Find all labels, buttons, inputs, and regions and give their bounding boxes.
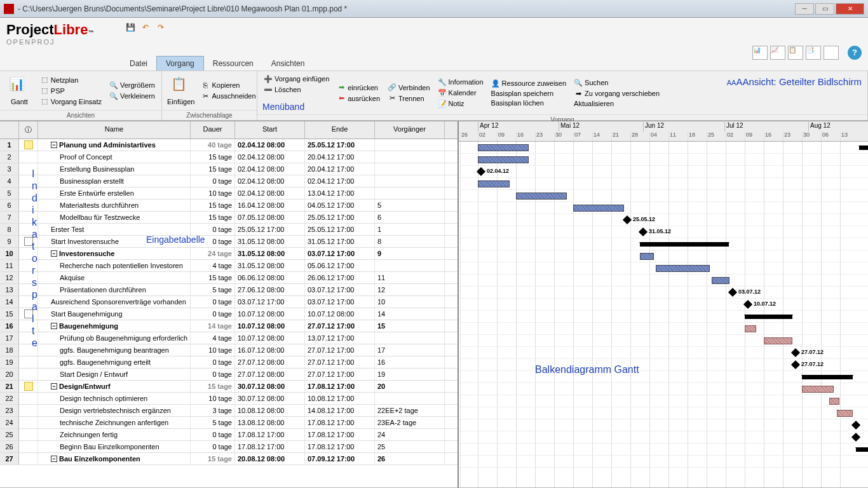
close-button[interactable]: ✕ <box>836 3 864 15</box>
table-row[interactable]: 14Ausreichend Sponsorenverträge vorhande… <box>0 296 458 308</box>
task-name-cell[interactable]: Erstellung Businessplan <box>38 163 191 175</box>
information-button[interactable]: 🔧Information <box>437 77 485 87</box>
vorgang-einsatz-button[interactable]: ⬚Vorgang Einsatz <box>39 97 103 107</box>
redo-icon[interactable]: ↷ <box>155 22 166 33</box>
gantt-bar[interactable] <box>656 265 710 272</box>
duration-cell[interactable]: 0 tage <box>191 224 235 235</box>
gantt-milestone[interactable] <box>791 348 800 357</box>
end-cell[interactable]: 25.05.12 17:00 <box>305 212 375 223</box>
duration-cell[interactable]: 15 tage <box>191 453 235 464</box>
link-button[interactable]: 🔗Verbinden <box>386 83 431 93</box>
duration-cell[interactable]: 4 tage <box>191 260 235 271</box>
start-cell[interactable]: 17.08.12 17:00 <box>235 441 305 452</box>
goto-task-button[interactable]: ➡Zu vorgang verschieben <box>573 88 661 98</box>
psp-button[interactable]: ⬚PSP <box>39 86 103 96</box>
table-row[interactable]: 3Erstellung Businessplan15 tage02.04.12 … <box>0 163 458 175</box>
tab-datei[interactable]: Datei <box>121 57 156 71</box>
predecessor-cell[interactable] <box>375 187 445 199</box>
start-cell[interactable]: 03.07.12 17:00 <box>235 296 305 308</box>
note-button[interactable]: 📝Notiz <box>437 98 485 109</box>
gantt-milestone[interactable] <box>851 421 860 430</box>
predecessor-cell[interactable]: 16 <box>375 356 445 368</box>
gantt-milestone[interactable] <box>728 288 737 297</box>
predecessor-cell[interactable]: 11 <box>375 272 445 283</box>
view-button-3[interactable]: 📋 <box>788 46 803 60</box>
predecessor-cell[interactable]: 25 <box>375 441 445 452</box>
table-row[interactable]: 27−Bau Einzelkomponenten15 tage20.08.12 … <box>0 453 458 465</box>
table-row[interactable]: 7Modellbau für Testzwecke15 tage07.05.12… <box>0 212 458 224</box>
gantt-milestone[interactable] <box>477 167 485 176</box>
table-row[interactable]: 17Prüfung ob Baugenehmigung erforderlich… <box>0 332 458 344</box>
gantt-body[interactable]: Balkendiagramm Gantt 02.04.1225.05.1231.… <box>459 142 868 487</box>
end-cell[interactable]: 27.07.12 17:00 <box>305 356 375 368</box>
predecessor-cell[interactable] <box>375 175 445 187</box>
gantt-bar[interactable] <box>764 337 792 344</box>
predecessor-cell[interactable]: 19 <box>375 369 445 380</box>
duration-cell[interactable]: 40 tage <box>191 139 235 151</box>
end-cell[interactable]: 20.04.12 17:00 <box>305 163 375 175</box>
predecessor-cell[interactable]: 9 <box>375 248 445 259</box>
table-row[interactable]: 2Proof of Concept15 tage02.04.12 08:0020… <box>0 151 458 163</box>
gantt-bar[interactable] <box>745 325 756 332</box>
task-name-cell[interactable]: Design vertriebstechnisch ergänzen <box>38 405 191 416</box>
end-cell[interactable]: 17.08.12 17:00 <box>305 381 375 392</box>
task-name-cell[interactable]: Design technisch optimieren <box>38 393 191 404</box>
duration-cell[interactable]: 14 tage <box>191 320 235 332</box>
table-row[interactable]: 4Businessplan erstellt0 tage02.04.12 08:… <box>0 175 458 187</box>
assign-resource-button[interactable]: 👤Ressource zuweisen <box>490 78 568 88</box>
netzplan-button[interactable]: ⬚Netzplan <box>39 75 103 85</box>
end-cell[interactable]: 27.07.12 17:00 <box>305 320 375 332</box>
start-cell[interactable]: 02.04.12 08:00 <box>235 175 305 187</box>
start-cell[interactable]: 30.07.12 08:00 <box>235 381 305 392</box>
end-cell[interactable]: 03.07.12 17:00 <box>305 296 375 308</box>
end-cell[interactable]: 05.06.12 17:00 <box>305 260 375 271</box>
gantt-bar[interactable] <box>856 447 868 452</box>
end-cell[interactable]: 26.06.12 17:00 <box>305 272 375 283</box>
predecessor-cell[interactable]: 10 <box>375 296 445 308</box>
predecessor-cell[interactable]: 22EE+2 tage <box>375 405 445 416</box>
duration-cell[interactable]: 15 tage <box>191 272 235 283</box>
predecessor-cell[interactable]: 1 <box>375 224 445 235</box>
gantt-bar[interactable] <box>712 277 729 284</box>
end-cell[interactable]: 13.04.12 17:00 <box>305 187 375 199</box>
predecessor-cell[interactable] <box>375 393 445 404</box>
task-name-cell[interactable]: Beginn Bau Einzelkomponenten <box>38 441 191 452</box>
table-row[interactable]: 10−Investorensuche24 tage31.05.12 08:000… <box>0 248 458 260</box>
start-cell[interactable]: 13.08.12 08:00 <box>235 417 305 428</box>
end-cell[interactable]: 14.08.12 17:00 <box>305 405 375 416</box>
table-row[interactable]: 6Materialtests durchführen15 tage16.04.1… <box>0 200 458 212</box>
table-row[interactable]: 13Präsentationen durchführen5 tage27.06.… <box>0 284 458 296</box>
start-cell[interactable]: 16.07.12 08:00 <box>235 344 305 356</box>
task-name-cell[interactable]: Präsentationen durchführen <box>38 284 191 295</box>
end-cell[interactable]: 07.09.12 17:00 <box>305 453 375 464</box>
task-name-cell[interactable]: Businessplan erstellt <box>38 175 191 187</box>
gantt-bar[interactable] <box>802 386 834 393</box>
minimize-button[interactable]: ─ <box>795 3 814 15</box>
start-cell[interactable]: 10.07.12 08:00 <box>235 308 305 320</box>
task-name-cell[interactable]: ggfs. Baugenehmigung erteilt <box>38 356 191 368</box>
task-name-cell[interactable]: Proof of Concept <box>38 151 191 163</box>
duration-cell[interactable]: 0 tage <box>191 369 235 380</box>
start-cell[interactable]: 25.05.12 17:00 <box>235 224 305 235</box>
calendar-button[interactable]: 📅Kalender <box>437 88 485 98</box>
save-baseline-button[interactable]: Basisplan speichern <box>490 89 568 98</box>
end-cell[interactable]: 27.07.12 17:00 <box>305 344 375 356</box>
duration-cell[interactable]: 0 tage <box>191 429 235 440</box>
search-button[interactable]: 🔍Suchen <box>573 78 661 88</box>
indent-button[interactable]: ➡einrücken <box>336 83 381 93</box>
start-cell[interactable]: 27.06.12 08:00 <box>235 284 305 295</box>
duration-cell[interactable]: 15 tage <box>191 200 235 211</box>
duration-column-header[interactable]: Dauer <box>191 121 235 139</box>
table-row[interactable]: 24technische Zeichnungen anfertigen5 tag… <box>0 417 458 429</box>
duration-cell[interactable]: 15 tage <box>191 151 235 163</box>
table-row[interactable]: 11Recherche nach potentiellen Investoren… <box>0 260 458 272</box>
insert-task-button[interactable]: ➕Vorgang einfügen <box>262 74 330 84</box>
duration-cell[interactable]: 10 tage <box>191 187 235 199</box>
table-row[interactable]: 22Design technisch optimieren10 tage30.0… <box>0 393 458 405</box>
save-icon[interactable]: 💾 <box>125 22 136 33</box>
duration-cell[interactable]: 10 tage <box>191 344 235 356</box>
duration-cell[interactable]: 15 tage <box>191 381 235 392</box>
end-cell[interactable]: 13.07.12 17:00 <box>305 332 375 344</box>
view-button-5[interactable] <box>824 46 839 60</box>
copy-button[interactable]: ⎘Kopieren <box>200 80 257 90</box>
